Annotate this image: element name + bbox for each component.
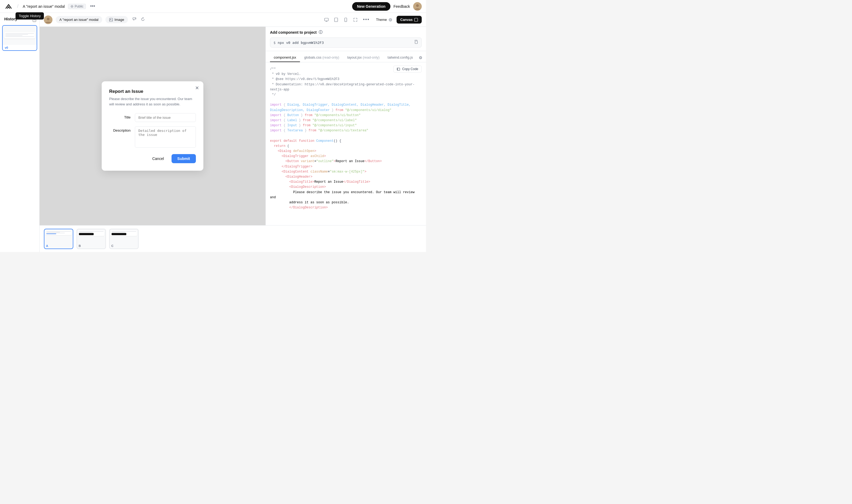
new-generation-button[interactable]: New Generation bbox=[352, 2, 390, 11]
tab-layout-jsx[interactable]: layout.jsx (read-only) bbox=[343, 53, 384, 62]
description-label: Description bbox=[109, 126, 130, 132]
code-line: import { Button } from "@/components/ui/… bbox=[270, 113, 422, 118]
svg-rect-15 bbox=[415, 41, 418, 43]
thumb-line-2 bbox=[5, 34, 28, 35]
code-view-button[interactable]: </> bbox=[425, 54, 426, 61]
fullscreen-button[interactable] bbox=[351, 16, 360, 23]
code-line: <Button variant="outline">Report an Issu… bbox=[270, 159, 422, 164]
copy-command-button[interactable] bbox=[414, 40, 418, 45]
avatar[interactable] bbox=[413, 2, 422, 11]
code-line: * @see https://v0.dev/t/bgpvmW1h2F3 bbox=[270, 77, 422, 82]
code-line: import { Input } from "@/components/ui/i… bbox=[270, 123, 422, 128]
code-line: <Dialog defaultOpen> bbox=[270, 149, 422, 154]
code-line: export default function Component() { bbox=[270, 139, 422, 144]
modal-close-button[interactable]: ✕ bbox=[195, 86, 199, 90]
image-tab[interactable]: Image bbox=[105, 16, 128, 23]
thumbnail-label-c: C bbox=[111, 244, 113, 248]
history-thumb bbox=[3, 26, 37, 45]
code-line: Please describe the issue you encountere… bbox=[270, 190, 422, 200]
svg-rect-7 bbox=[135, 18, 136, 19]
command-row: $ npx v0 add bgpvmW1h2F3 bbox=[270, 37, 422, 48]
action-icons bbox=[131, 16, 146, 23]
code-block: /** * v0 by Vercel. * @see https://v0.de… bbox=[270, 67, 422, 210]
file-tab-tools: ⚙ </> bbox=[417, 54, 426, 61]
cancel-button[interactable]: Cancel bbox=[148, 154, 168, 163]
thumb-box bbox=[111, 230, 137, 236]
thumb-inner-a bbox=[45, 229, 73, 244]
page-title: A "report an issue" modal bbox=[23, 4, 65, 8]
thumb-box bbox=[46, 230, 72, 235]
thumb-dark-bar bbox=[79, 233, 94, 235]
file-tabs: component.jsx globals.css (read-only) la… bbox=[266, 51, 426, 62]
tab-tailwind-config[interactable]: tailwind.config.js bbox=[384, 53, 416, 62]
code-line: import { Textarea } from "@/components/u… bbox=[270, 128, 422, 133]
code-line: </DialogDescription> bbox=[270, 205, 422, 210]
description-input[interactable] bbox=[135, 126, 196, 148]
code-panel: Add component to project ⓘ $ npx v0 add … bbox=[265, 27, 426, 225]
tab-component-jsx[interactable]: component.jsx bbox=[270, 53, 300, 62]
report-issue-modal: ✕ Report an Issue Please describe the is… bbox=[102, 81, 203, 171]
code-top: Add component to project ⓘ $ npx v0 add … bbox=[266, 27, 426, 51]
theme-button[interactable]: Theme bbox=[373, 16, 395, 23]
history-item[interactable]: v0 bbox=[2, 25, 37, 51]
modal-overlay: ✕ Report an Issue Please describe the is… bbox=[40, 27, 265, 225]
toggle-history-tooltip: Toggle History bbox=[16, 12, 44, 20]
thumb-detail-line bbox=[46, 231, 71, 232]
title-label: Title bbox=[109, 113, 130, 119]
svg-rect-5 bbox=[109, 18, 113, 21]
code-line: * v0 by Vercel. bbox=[270, 72, 422, 77]
thumbnail-a[interactable]: A bbox=[44, 229, 73, 249]
thumbs-down-button[interactable] bbox=[131, 16, 138, 23]
visibility-badge[interactable]: Public bbox=[68, 4, 86, 9]
code-line: * Documentation: https://v0.dev/docs#int… bbox=[270, 82, 422, 92]
prompt-chip[interactable]: A "report an issue" modal bbox=[56, 16, 102, 23]
refresh-button[interactable] bbox=[140, 16, 146, 23]
code-line: address it as soon as possible. bbox=[270, 200, 422, 205]
desktop-view-button[interactable] bbox=[322, 16, 331, 23]
command-prompt-icon: $ bbox=[273, 41, 276, 45]
more-options-icon[interactable]: ••• bbox=[90, 3, 95, 9]
code-line: import { Dialog, DialogTrigger, DialogCo… bbox=[270, 103, 422, 108]
command-text: npx v0 add bgpvmW1h2F3 bbox=[278, 41, 324, 45]
add-component-row: Add component to project ⓘ bbox=[270, 30, 422, 35]
thumb-box bbox=[78, 230, 104, 236]
code-line: return ( bbox=[270, 144, 422, 149]
submit-button[interactable]: Submit bbox=[172, 154, 196, 163]
thumb-detail-line bbox=[79, 231, 104, 232]
svg-point-6 bbox=[110, 19, 111, 20]
svg-point-2 bbox=[416, 4, 419, 7]
code-line: DialogDescription, DialogFooter } from "… bbox=[270, 108, 422, 113]
canvas-button[interactable]: Canvas bbox=[396, 16, 422, 23]
code-line: <DialogContent className="sm:max-w-[425p… bbox=[270, 169, 422, 175]
thumbnail-c[interactable]: C bbox=[109, 229, 139, 249]
nav-separator: / bbox=[17, 3, 18, 9]
title-form-row: Title bbox=[109, 113, 196, 122]
thumbnail-label-a: A bbox=[46, 244, 48, 248]
copy-code-button[interactable]: Copy Code bbox=[393, 66, 422, 72]
history-version-badge: v0 bbox=[3, 45, 37, 50]
thumb-detail-line bbox=[46, 233, 65, 233]
feedback-button[interactable]: Feedback bbox=[394, 4, 410, 8]
bottom-bar: A B bbox=[40, 225, 426, 252]
chat-avatar bbox=[44, 16, 52, 24]
thumbnail-b[interactable]: B bbox=[76, 229, 106, 249]
add-component-title: Add component to project bbox=[270, 30, 317, 35]
code-line: <DialogHeader> bbox=[270, 175, 422, 180]
mobile-view-button[interactable] bbox=[341, 16, 350, 23]
tab-globals-css[interactable]: globals.css (read-only) bbox=[301, 53, 343, 62]
svg-point-12 bbox=[346, 21, 346, 21]
code-line: <DialogTitle>Report an Issue</DialogTitl… bbox=[270, 180, 422, 185]
title-input[interactable] bbox=[135, 113, 196, 122]
code-line: <DialogTrigger asChild> bbox=[270, 154, 422, 159]
svg-rect-16 bbox=[398, 68, 400, 70]
tablet-view-button[interactable] bbox=[332, 16, 340, 23]
form-actions: Cancel Submit bbox=[109, 154, 196, 163]
split-view: ✕ Report an Issue Please describe the is… bbox=[40, 27, 426, 225]
v0-logo bbox=[4, 3, 13, 10]
more-tools-button[interactable]: ••• bbox=[361, 15, 372, 24]
preview-panel: ✕ Report an Issue Please describe the is… bbox=[40, 27, 265, 225]
settings-tab-button[interactable]: ⚙ bbox=[417, 54, 424, 61]
code-line: <DialogDescription> bbox=[270, 185, 422, 190]
nav-right-tools: ••• Theme Canvas bbox=[322, 15, 422, 24]
sidebar: History « v0 bbox=[0, 13, 40, 252]
